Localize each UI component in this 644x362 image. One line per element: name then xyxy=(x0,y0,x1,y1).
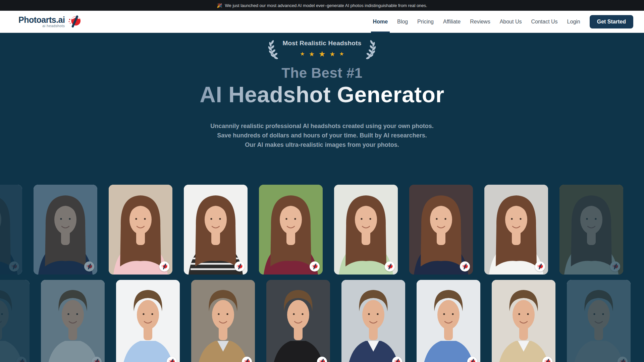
nav-link-about-us[interactable]: About Us xyxy=(500,11,522,33)
headshot-woman-chef-coat xyxy=(484,185,548,275)
star-icon: ★ xyxy=(309,51,315,57)
nav-link-home[interactable]: Home xyxy=(373,11,388,33)
hero-description: Uncannily realistic professional AI head… xyxy=(0,121,644,149)
hero-description-line: Our AI makes ultra-realistic images from… xyxy=(0,140,644,149)
headshot-woman-navy-blazer-dark xyxy=(409,185,473,275)
headshot-man-black-turtleneck xyxy=(266,280,330,362)
photoarts-watermark-icon xyxy=(159,261,169,272)
nav-link-login[interactable]: Login xyxy=(567,11,580,33)
headshot-woman-pink-blazer xyxy=(109,185,172,275)
photoarts-watermark-icon xyxy=(535,261,545,272)
rating-badge: Most Realistic Headshots ★★★★★ xyxy=(0,33,644,60)
brand-name: Photoarts.ai xyxy=(18,15,65,24)
photoarts-watermark-icon xyxy=(234,261,245,272)
badge-title: Most Realistic Headshots xyxy=(283,40,362,47)
nav-link-reviews[interactable]: Reviews xyxy=(470,11,490,33)
main-navigation: HomeBlogPricingAffiliateReviewsAbout UsC… xyxy=(373,11,580,33)
star-icon: ★ xyxy=(319,50,326,58)
headshot-woman-yellow-cardigan xyxy=(559,185,623,275)
headshot-woman-maroon-blazer-outdoor xyxy=(259,185,323,275)
headshot-man-light-polo xyxy=(41,280,105,362)
photoarts-watermark-icon xyxy=(385,261,395,272)
photoarts-watermark-icon xyxy=(310,261,320,272)
hero-description-line: Uncannily realistic professional AI head… xyxy=(0,121,644,131)
hero-description-line: Save hundreds of dollars and hours of yo… xyxy=(0,131,644,140)
gallery-row xyxy=(0,280,631,362)
nav-link-contact-us[interactable]: Contact Us xyxy=(531,11,557,33)
nav-link-affiliate[interactable]: Affiliate xyxy=(443,11,461,33)
brand-logo[interactable]: Photoarts.ai ai headshots xyxy=(18,14,82,29)
headshot-woman-striped-polo xyxy=(184,185,248,275)
headshot-man-blue-shirt xyxy=(116,280,180,362)
five-star-rating: ★★★★★ xyxy=(300,50,344,58)
headshot-woman-edge-left xyxy=(0,185,22,275)
headshot-man-beige-sweater xyxy=(492,280,555,362)
star-icon: ★ xyxy=(300,51,305,57)
headshot-man-tan-jacket xyxy=(191,280,255,362)
headshot-woman-green-top xyxy=(334,185,398,275)
star-icon: ★ xyxy=(339,51,344,57)
get-started-button[interactable]: Get Started xyxy=(590,15,633,28)
nav-link-blog[interactable]: Blog xyxy=(397,11,408,33)
announcement-banner: 🎉 We just launched our most advanced AI … xyxy=(0,0,644,11)
brand-tagline: ai headshots xyxy=(42,24,65,28)
photoarts-watermark-icon xyxy=(460,261,470,272)
gallery-row xyxy=(0,185,623,275)
announcement-text: We just launched our most advanced AI mo… xyxy=(225,3,427,8)
hero-section: Most Realistic Headshots ★★★★★ The Best … xyxy=(0,33,644,362)
headshot-man-edge-left xyxy=(0,280,30,362)
headshot-man-navy-suit xyxy=(341,280,405,362)
headshot-man-blue-scrubs xyxy=(417,280,480,362)
laurel-left-icon xyxy=(267,38,279,60)
star-icon: ★ xyxy=(329,51,335,57)
hero-subtitle-heading: The Best #1 xyxy=(0,65,644,81)
laurel-right-icon xyxy=(365,38,377,60)
party-popper-icon: 🎉 xyxy=(217,3,222,8)
navbar: Photoarts.ai ai headshots HomeBlogPricin… xyxy=(0,11,644,33)
page-title: AI Headshot Generator xyxy=(200,82,444,107)
headshot-woman-navy-top xyxy=(34,185,97,275)
headshot-man-gray-zip xyxy=(567,280,631,362)
nav-link-pricing[interactable]: Pricing xyxy=(417,11,434,33)
paintbrush-logo-icon xyxy=(67,14,82,29)
